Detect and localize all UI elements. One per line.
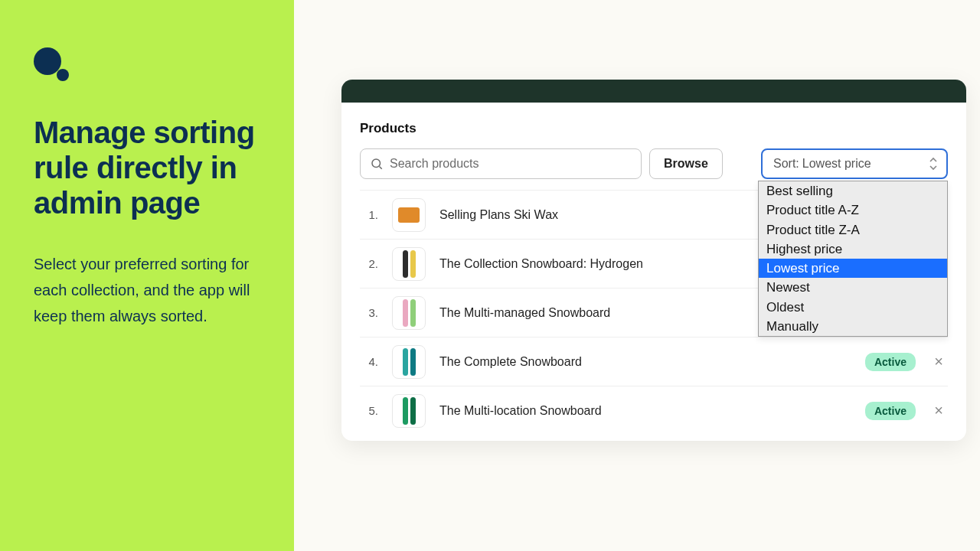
sort-option-best-selling[interactable]: Best selling (759, 181, 947, 201)
sort-dropdown[interactable]: Best selling Product title A-Z Product t… (758, 181, 948, 337)
window-topbar (341, 80, 966, 103)
sort-option-manually[interactable]: Manually (759, 317, 947, 336)
product-thumb (392, 345, 426, 379)
sort-option-newest[interactable]: Newest (759, 278, 947, 297)
section-title: Products (360, 121, 948, 136)
status-badge: Active (865, 353, 916, 371)
sort-option-oldest[interactable]: Oldest (759, 298, 947, 317)
left-panel: Manage sorting rule directly in admin pa… (0, 0, 294, 551)
browse-button[interactable]: Browse (649, 148, 723, 179)
product-thumb (392, 198, 426, 232)
product-name: The Complete Snowboard (439, 355, 851, 369)
subtext: Select your preferred sorting for each c… (34, 251, 260, 329)
row-index: 1. (360, 208, 378, 221)
search-icon (370, 157, 384, 171)
right-panel: Products Browse Sort: Lowest price (294, 0, 980, 551)
product-row[interactable]: 5. The Multi-location Snowboard Active × (360, 386, 948, 435)
row-index: 2. (360, 257, 378, 270)
row-index: 4. (360, 355, 378, 368)
card-body: Products Browse Sort: Lowest price (341, 103, 966, 441)
sort-option-lowest-price[interactable]: Lowest price (759, 259, 947, 278)
sort-prefix: Sort: (773, 157, 799, 171)
product-row[interactable]: 4. The Complete Snowboard Active × (360, 337, 948, 386)
svg-point-0 (372, 159, 381, 168)
sort-select[interactable]: Sort: Lowest price Best selling Product … (761, 148, 948, 179)
remove-icon[interactable]: × (929, 402, 948, 419)
logo (34, 47, 70, 84)
headline: Manage sorting rule directly in admin pa… (34, 115, 260, 220)
product-name: The Multi-location Snowboard (439, 404, 851, 418)
chevron-up-down-icon (928, 157, 939, 171)
search-field[interactable] (360, 148, 642, 179)
admin-card: Products Browse Sort: Lowest price (341, 80, 966, 441)
product-thumb (392, 296, 426, 330)
search-input[interactable] (390, 157, 632, 171)
remove-icon[interactable]: × (929, 353, 948, 370)
sort-option-title-az[interactable]: Product title A-Z (759, 201, 947, 220)
status-badge: Active (865, 402, 916, 420)
product-thumb (392, 247, 426, 281)
row-index: 5. (360, 404, 378, 417)
svg-line-1 (379, 166, 381, 168)
toolbar: Browse Sort: Lowest price Best selling P… (360, 148, 948, 179)
sort-option-highest-price[interactable]: Highest price (759, 240, 947, 259)
row-index: 3. (360, 306, 378, 319)
sort-selected-value: Lowest price (802, 157, 871, 171)
logo-circle-small (57, 69, 69, 81)
sort-option-title-za[interactable]: Product title Z-A (759, 220, 947, 240)
product-thumb (392, 394, 426, 428)
